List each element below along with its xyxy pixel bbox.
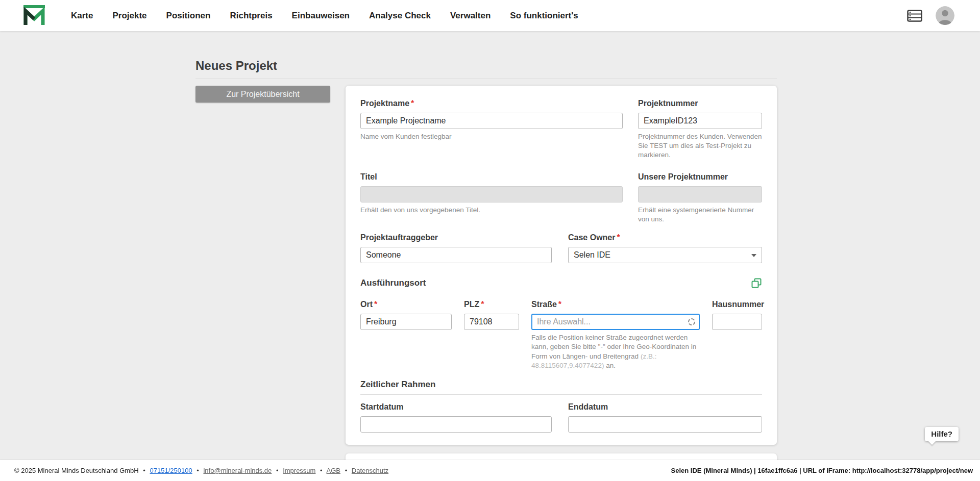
ort-input[interactable]	[360, 314, 452, 330]
separator-dot: •	[197, 467, 199, 474]
separator-dot: •	[143, 467, 145, 474]
phone-link[interactable]: 07151/250100	[150, 467, 192, 474]
titel-label: Titel	[360, 172, 623, 182]
startdatum-input[interactable]	[360, 416, 552, 433]
nav-item-analyse-check[interactable]: Analyse Check	[369, 11, 431, 21]
separator-dot: •	[320, 467, 323, 474]
required-marker: *	[374, 300, 377, 309]
hausnummer-input[interactable]	[712, 314, 762, 330]
title-divider	[195, 79, 777, 79]
enddatum-label: Enddatum	[568, 402, 762, 412]
footer-left: © 2025 Mineral Minds Deutschland GmbH • …	[14, 467, 388, 474]
unsere-projektnummer-label: Unsere Projektnummer	[638, 172, 762, 182]
nav-item-karte[interactable]: Karte	[71, 11, 93, 21]
titel-input	[360, 186, 623, 202]
separator-dot: •	[276, 467, 279, 474]
ort-label: Ort*	[360, 300, 452, 309]
main-nav: Karte Projekte Positionen Richtpreis Ein…	[71, 11, 578, 21]
copy-icon[interactable]	[751, 277, 762, 289]
back-to-project-overview-button[interactable]: Zur Projektübersicht	[195, 86, 330, 103]
section-divider	[360, 394, 762, 395]
section-title-ausfuehrungsort: Ausführungsort	[360, 278, 426, 288]
strasse-helper: Falls die Position keiner Straße zugeord…	[531, 333, 700, 370]
projektname-input[interactable]	[360, 113, 623, 129]
projektauftraggeber-input[interactable]	[360, 247, 552, 263]
projektnummer-label: Projektnummer	[638, 99, 762, 108]
nav-item-projekte[interactable]: Projekte	[112, 11, 146, 21]
person-icon	[936, 6, 954, 25]
session-details: (Mineral Minds) | 16fae1ffc6a6 | URL of …	[702, 467, 973, 474]
footer: © 2025 Mineral Minds Deutschland GmbH • …	[0, 460, 980, 481]
loading-spinner-icon	[688, 318, 695, 325]
nav-item-richtpreis[interactable]: Richtpreis	[230, 11, 272, 21]
projektnummer-helper: Projektnummer des Kunden. Verwenden Sie …	[638, 132, 762, 160]
copyright-text: © 2025 Mineral Minds Deutschland GmbH	[14, 467, 139, 474]
help-button[interactable]: Hilfe?	[925, 427, 959, 441]
logo-m-icon	[23, 5, 45, 25]
projektname-helper: Name vom Kunden festlegbar	[360, 132, 623, 141]
plz-input[interactable]	[464, 314, 519, 330]
startdatum-label: Startdatum	[360, 402, 552, 412]
hausnummer-label: Hausnummer	[712, 300, 762, 309]
unsere-projektnummer-helper: Erhält eine systemgenerierte Nummer von …	[638, 206, 762, 224]
session-owner: Selen IDE	[671, 467, 702, 474]
strasse-label: Straße*	[531, 300, 700, 309]
header-actions	[907, 6, 954, 25]
required-marker: *	[617, 233, 620, 242]
nav-item-positionen[interactable]: Positionen	[166, 11, 211, 21]
section-title-zeitlicher-rahmen: Zeitlicher Rahmen	[360, 379, 435, 390]
email-link[interactable]: info@mineral-minds.de	[203, 467, 272, 474]
top-nav: Karte Projekte Positionen Richtpreis Ein…	[0, 0, 980, 31]
datenschutz-link[interactable]: Datenschutz	[352, 467, 388, 474]
unsere-projektnummer-input	[638, 186, 762, 202]
required-marker: *	[481, 300, 484, 309]
mineral-minds-logo[interactable]	[23, 5, 45, 27]
user-avatar[interactable]	[936, 6, 954, 25]
strasse-input[interactable]	[531, 314, 700, 330]
case-owner-selected-value: Selen IDE	[574, 250, 610, 260]
impressum-link[interactable]: Impressum	[283, 467, 315, 474]
titel-helper: Erhält den von uns vorgegebenen Titel.	[360, 206, 623, 215]
footer-session-info: Selen IDE (Mineral Minds) | 16fae1ffc6a6…	[671, 467, 975, 474]
nav-item-so-funktionierts[interactable]: So funktioniert's	[510, 11, 578, 21]
page-title: Neues Projekt	[195, 59, 777, 73]
separator-dot: •	[345, 467, 348, 474]
nav-item-verwalten[interactable]: Verwalten	[450, 11, 491, 21]
chevron-down-icon	[751, 254, 756, 257]
required-marker: *	[411, 99, 414, 108]
new-project-form-card: Projektname* Name vom Kunden festlegbar …	[346, 86, 777, 445]
case-owner-label: Case Owner*	[568, 233, 762, 242]
projektnummer-input[interactable]	[638, 113, 762, 129]
enddatum-input[interactable]	[568, 416, 762, 433]
case-owner-select[interactable]: Selen IDE	[568, 247, 762, 263]
nav-item-einbauweisen[interactable]: Einbauweisen	[292, 11, 350, 21]
plz-label: PLZ*	[464, 300, 519, 309]
projektauftraggeber-label: Projektauftraggeber	[360, 233, 552, 242]
page-content: Neues Projekt Zur Projektübersicht Proje…	[195, 31, 777, 469]
projektname-label: Projektname*	[360, 99, 623, 108]
agb-link[interactable]: AGB	[327, 467, 340, 474]
server-icon[interactable]	[907, 10, 922, 22]
required-marker: *	[558, 300, 561, 309]
